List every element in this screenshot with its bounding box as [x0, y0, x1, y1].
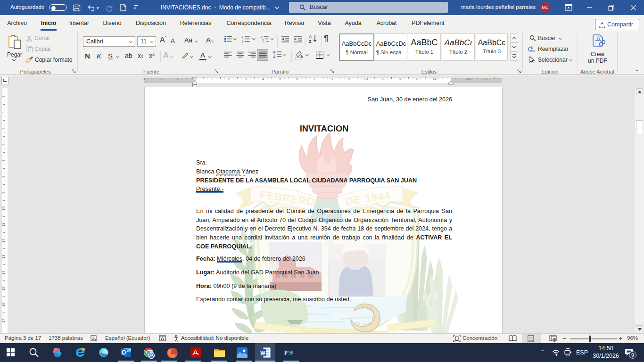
svg-text:16: 16: [2, 303, 6, 307]
svg-text:8: 8: [2, 175, 6, 178]
svg-text:F: F: [284, 350, 288, 356]
svg-text:2: 2: [228, 77, 230, 81]
svg-text:i: i: [264, 41, 264, 43]
svg-text:3: 3: [143, 77, 145, 81]
svg-text:c: c: [532, 49, 535, 53]
svg-text:12: 12: [2, 239, 6, 243]
svg-text:12: 12: [398, 77, 402, 81]
svg-text:7: 7: [314, 77, 316, 81]
svg-text:10: 10: [2, 206, 6, 211]
svg-text:8: 8: [330, 77, 333, 81]
svg-text:11: 11: [381, 77, 385, 81]
svg-text:4: 4: [2, 111, 6, 114]
svg-text:W: W: [260, 350, 265, 356]
svg-text:9: 9: [347, 77, 350, 81]
svg-text:6: 6: [297, 77, 299, 81]
svg-text:11: 11: [2, 222, 6, 227]
svg-text:1: 1: [176, 77, 179, 81]
svg-text:15: 15: [2, 287, 6, 291]
svg-text:16: 16: [466, 77, 471, 81]
svg-text:2: 2: [159, 77, 162, 81]
svg-text:14: 14: [2, 271, 6, 275]
svg-text:A: A: [309, 34, 312, 39]
svg-text:3: 3: [242, 41, 244, 43]
svg-text:9: 9: [2, 191, 6, 194]
svg-text:13: 13: [2, 255, 6, 259]
svg-text:17: 17: [484, 77, 488, 81]
svg-text:3: 3: [245, 77, 248, 81]
svg-text:10: 10: [364, 77, 368, 81]
svg-text:13: 13: [415, 77, 419, 81]
svg-text:1: 1: [211, 77, 213, 81]
svg-text:6: 6: [2, 143, 6, 146]
svg-text:5: 5: [279, 77, 281, 81]
svg-text:5: 5: [2, 127, 6, 130]
svg-text:3: 3: [2, 95, 6, 98]
svg-text:7: 7: [2, 159, 6, 162]
svg-text:14: 14: [432, 77, 437, 81]
svg-text:4: 4: [262, 77, 264, 81]
svg-text:17: 17: [2, 319, 6, 323]
svg-text:Z: Z: [309, 39, 312, 43]
